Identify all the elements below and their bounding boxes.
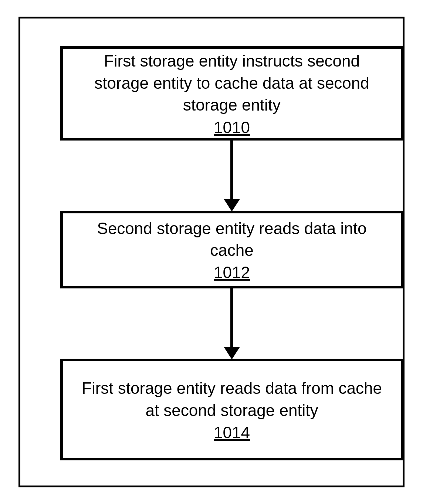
arrow-head-icon	[224, 199, 240, 212]
diagram-frame: First storage entity instructs second st…	[18, 17, 405, 487]
step-reference: 1012	[214, 263, 250, 282]
arrow-connector	[230, 141, 233, 202]
arrow-connector	[230, 288, 233, 349]
step-text: Second storage entity reads data into ca…	[78, 217, 386, 261]
flow-step-3: First storage entity reads data from cac…	[60, 359, 403, 460]
step-reference: 1014	[214, 423, 250, 442]
step-text: First storage entity instructs second st…	[78, 50, 386, 116]
flow-step-2: Second storage entity reads data into ca…	[60, 211, 403, 288]
flow-step-1: First storage entity instructs second st…	[60, 46, 403, 141]
arrow-head-icon	[224, 347, 240, 359]
step-reference: 1010	[214, 118, 250, 137]
step-text: First storage entity reads data from cac…	[78, 377, 386, 421]
